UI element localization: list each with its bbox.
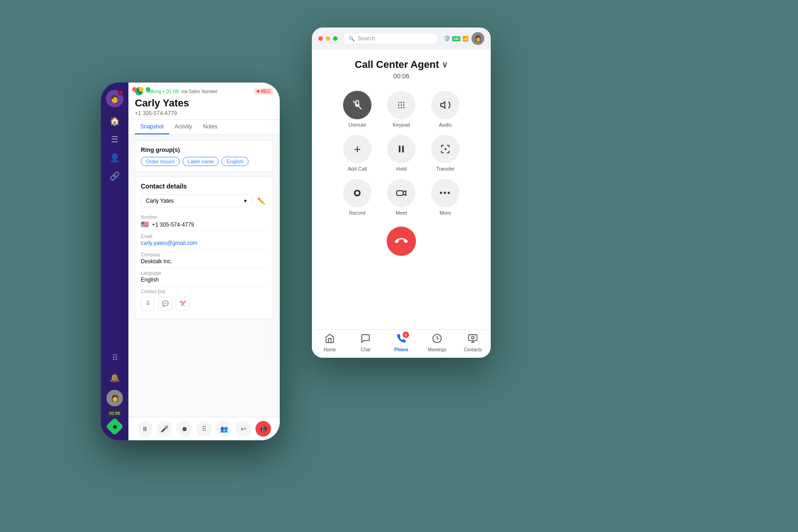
- minimize-dot[interactable]: [139, 87, 144, 92]
- svg-point-8: [401, 107, 402, 108]
- keypad-circle: [387, 91, 416, 119]
- audio-button[interactable]: Audio: [427, 91, 464, 127]
- return-button[interactable]: ↩: [236, 421, 251, 437]
- search-bar[interactable]: 🔍 Search: [344, 33, 437, 44]
- agent-name-text: Call Center Agent: [355, 59, 439, 71]
- svg-point-1: [398, 102, 399, 103]
- search-placeholder: Search: [358, 35, 375, 42]
- number-value: 🇺🇸 +1 305-574-4779: [141, 221, 267, 228]
- notification-badge: [118, 90, 123, 95]
- keypad-button[interactable]: ⠿: [196, 421, 212, 437]
- contacts-icon: [468, 333, 478, 346]
- meet-button[interactable]: Meet: [383, 179, 420, 216]
- main-content: 📞 Talking • 01:58 via Sales Number REC C…: [128, 83, 280, 440]
- sidebar-avatar[interactable]: 🧑: [106, 90, 123, 107]
- record-button[interactable]: Record: [339, 179, 376, 216]
- title-bar: 🔍 Search 🛡️ HD 📶 👩: [312, 28, 491, 50]
- agent-name: Call Center Agent ∨: [355, 59, 448, 71]
- contact-language-field: Language English: [141, 268, 267, 286]
- edit-contact-button[interactable]: ✏️: [255, 194, 267, 207]
- unmute-circle: [343, 91, 371, 119]
- svg-rect-17: [469, 335, 477, 341]
- pop-icon-dots[interactable]: ⠿: [141, 297, 155, 310]
- tab-snapshot[interactable]: Snapshot: [135, 120, 169, 134]
- language-label: Language: [141, 271, 267, 276]
- call-timer-badge: 01:58: [108, 410, 122, 416]
- audio-label: Audio: [439, 122, 452, 127]
- nav-phone[interactable]: 2 Phone: [388, 333, 415, 352]
- contact-select-row: Carly Yates ▾ ✏️: [141, 194, 267, 207]
- svg-rect-15: [397, 191, 403, 195]
- email-value[interactable]: carly.yates@gmail.com: [141, 240, 267, 246]
- transfer-button[interactable]: Transfer: [427, 135, 464, 172]
- hold-button[interactable]: Hold: [383, 135, 420, 172]
- sidebar-numpad[interactable]: ⠿: [106, 349, 123, 366]
- nav-home[interactable]: Home: [316, 333, 344, 352]
- phone-number: +1 305-574-4779: [152, 222, 194, 228]
- svg-point-6: [403, 105, 405, 106]
- sidebar: 🧑 🏠 ☰ 👤 🔗 ⠿ 🔔 👩 01:58 ◆: [101, 83, 128, 440]
- svg-point-14: [355, 191, 359, 194]
- end-call-button[interactable]: [387, 227, 416, 256]
- chevron-down-icon[interactable]: ∨: [442, 60, 448, 70]
- nav-home-label: Home: [324, 347, 336, 352]
- nav-chat[interactable]: Chat: [352, 333, 379, 352]
- search-icon: 🔍: [349, 36, 355, 42]
- right-device: 🔍 Search 🛡️ HD 📶 👩 Call Center Agent ∨ 0…: [312, 28, 491, 358]
- tabs: Snapshot Activity Notes: [128, 120, 280, 135]
- svg-point-7: [398, 107, 399, 108]
- status-diamond[interactable]: ◆: [105, 417, 124, 436]
- caller-number: +1 305-574-4779: [135, 110, 273, 116]
- language-value: English: [141, 277, 267, 283]
- svg-line-0: [353, 101, 361, 109]
- close-dot[interactable]: [132, 87, 137, 92]
- ring-groups-title: Ring group(s): [141, 146, 267, 153]
- pause-button[interactable]: ⏸: [137, 421, 153, 437]
- scroll-content: Ring group(s) Order Issues Label name En…: [128, 135, 280, 417]
- rec-dot: [257, 90, 260, 93]
- transfer-button[interactable]: 👥: [216, 421, 232, 437]
- company-label: Company: [141, 252, 267, 257]
- add-call-button[interactable]: + Add Call: [339, 135, 376, 172]
- hd-badge: HD: [452, 36, 460, 41]
- tag-order-issues[interactable]: Order Issues: [141, 157, 180, 166]
- sidebar-item-contacts[interactable]: 👤: [106, 150, 123, 166]
- mute-button[interactable]: 🎤: [157, 421, 172, 437]
- tab-activity[interactable]: Activity: [169, 120, 198, 134]
- maximize-button[interactable]: [333, 36, 338, 41]
- svg-rect-11: [399, 146, 401, 153]
- tab-notes[interactable]: Notes: [198, 120, 223, 134]
- pop-icon-chat[interactable]: 💬: [158, 297, 172, 310]
- more-button[interactable]: ••• More: [427, 179, 464, 216]
- meet-circle: [387, 179, 416, 207]
- contact-select[interactable]: Carly Yates ▾: [141, 194, 252, 207]
- minimize-button[interactable]: [326, 36, 330, 41]
- pop-icon-cross[interactable]: ✂️: [176, 297, 189, 310]
- nav-meetings[interactable]: Meetings: [423, 333, 451, 352]
- more-label: More: [439, 210, 451, 216]
- close-button[interactable]: [318, 36, 323, 41]
- keypad-button[interactable]: Keypad: [383, 91, 420, 127]
- user-avatar[interactable]: 👩: [471, 32, 484, 45]
- sidebar-item-list[interactable]: ☰: [106, 131, 123, 148]
- call-status-text: Talking • 01:58: [146, 89, 179, 94]
- sidebar-item-home[interactable]: 🏠: [106, 113, 123, 129]
- unmute-button[interactable]: Unmute: [339, 91, 376, 127]
- sidebar-bell[interactable]: 🔔: [106, 370, 123, 386]
- contact-company-field: Company Desktalk Inc.: [141, 249, 267, 268]
- audio-circle: [431, 91, 460, 119]
- sidebar-item-link[interactable]: 🔗: [106, 168, 123, 184]
- record-button[interactable]: ⏺: [177, 421, 192, 437]
- nav-contacts[interactable]: Contacts: [459, 333, 487, 352]
- caller-name: Carly Yates: [135, 97, 273, 109]
- add-call-circle: +: [343, 135, 371, 163]
- more-circle: •••: [431, 179, 460, 207]
- maximize-dot[interactable]: [146, 87, 150, 92]
- tag-label-name[interactable]: Label name: [183, 157, 219, 166]
- tag-english[interactable]: English: [222, 157, 248, 166]
- sidebar-user-avatar[interactable]: 👩: [106, 390, 123, 406]
- home-icon: [325, 333, 335, 346]
- rec-label: REC: [261, 89, 271, 94]
- svg-point-4: [398, 105, 399, 106]
- end-call-button[interactable]: 📵: [255, 421, 271, 437]
